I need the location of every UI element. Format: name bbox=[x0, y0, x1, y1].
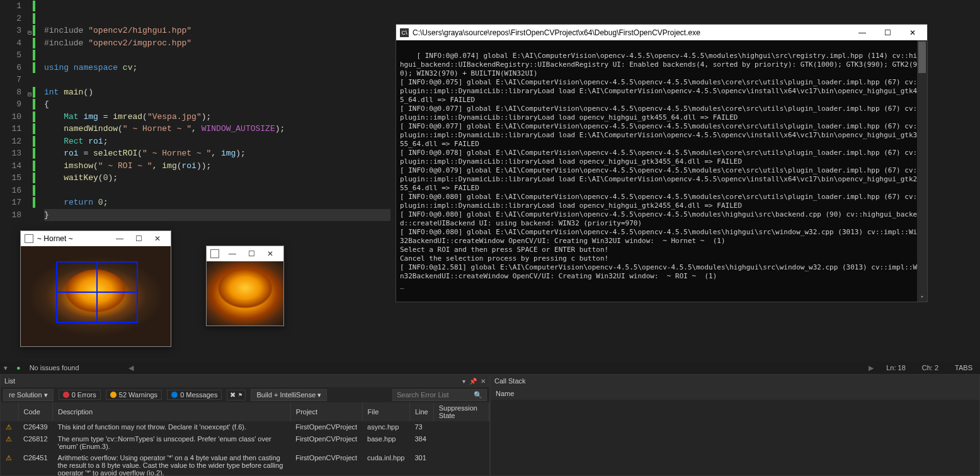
roi-window[interactable]: ― ☐ ✕ bbox=[206, 246, 284, 326]
status-char: Ch: 2 bbox=[918, 364, 942, 371]
chevron-right-icon[interactable]: ▶ bbox=[869, 364, 874, 372]
error-row[interactable]: ⚠C26439This kind of function may not thr… bbox=[1, 421, 489, 433]
chevron-down-icon[interactable]: ▾ bbox=[4, 364, 8, 372]
bottom-panels: List ▾ 📌 ✕ re Solution ▾ 0 Errors 52 War… bbox=[0, 374, 980, 476]
error-table[interactable]: CodeDescriptionProjectFileLineSuppressio… bbox=[1, 402, 489, 475]
close-button[interactable]: ✕ bbox=[148, 234, 167, 243]
status-indent[interactable]: TABS bbox=[951, 364, 976, 371]
code-content[interactable]: #include "opencv2/highgui.hpp"#include "… bbox=[42, 0, 390, 217]
error-table-header[interactable]: CodeDescriptionProjectFileLineSuppressio… bbox=[1, 402, 489, 421]
minimize-button[interactable]: ― bbox=[852, 28, 873, 37]
roi-window-titlebar[interactable]: ― ☐ ✕ bbox=[207, 246, 283, 261]
warnings-filter[interactable]: 52 Warnings bbox=[106, 390, 162, 400]
call-stack-header[interactable]: Call Stack bbox=[491, 375, 979, 387]
status-bar: ▾ ● No issues found ◀ ▶ Ln: 18 Ch: 2 TAB… bbox=[0, 361, 980, 374]
status-no-issues: No issues found bbox=[30, 364, 79, 371]
pin-icon[interactable]: 📌 bbox=[469, 378, 477, 385]
check-icon: ● bbox=[16, 364, 21, 371]
hornet-window-titlebar[interactable]: ~ Hornet ~ ― ☐ ✕ bbox=[21, 231, 171, 246]
window-app-icon bbox=[210, 249, 219, 258]
status-line: Ln: 18 bbox=[882, 364, 909, 371]
build-filter-dropdown[interactable]: Build + IntelliSense ▾ bbox=[251, 389, 327, 401]
maximize-button[interactable]: ☐ bbox=[129, 234, 148, 243]
error-search-input[interactable]: Search Error List 🔍 bbox=[392, 389, 487, 401]
hornet-window[interactable]: ~ Hornet ~ ― ☐ ✕ bbox=[20, 230, 171, 347]
hornet-image[interactable] bbox=[21, 246, 171, 346]
error-row[interactable]: ⚠C26451Arithmetic overflow: Using operat… bbox=[1, 452, 489, 475]
search-icon: 🔍 bbox=[474, 391, 482, 399]
code-editor[interactable]: 123456789101112131415161718 ⊟⊟ #include … bbox=[0, 0, 390, 217]
roi-image bbox=[207, 261, 283, 326]
call-stack-panel[interactable]: Call Stack Name bbox=[490, 374, 980, 476]
console-text: [ INFO:0@0.074] global E:\AI\ComputerVis… bbox=[400, 52, 921, 289]
error-list-header[interactable]: List ▾ 📌 ✕ bbox=[1, 375, 489, 387]
maximize-button[interactable]: ☐ bbox=[877, 28, 898, 37]
console-titlebar[interactable]: C\ C:\Users\graya\source\repos\FirstOpen… bbox=[396, 25, 927, 40]
call-stack-body[interactable] bbox=[491, 400, 979, 475]
error-list-toolbar: re Solution ▾ 0 Errors 52 Warnings 0 Mes… bbox=[1, 387, 489, 402]
change-markers: ⊟⊟ bbox=[33, 0, 42, 217]
window-app-icon bbox=[25, 234, 33, 243]
errors-filter[interactable]: 0 Errors bbox=[59, 390, 101, 400]
console-title-text: C:\Users\graya\source\repos\FirstOpenCVP… bbox=[413, 28, 848, 37]
dropdown-icon[interactable]: ▾ bbox=[462, 378, 465, 385]
panel-title: List bbox=[4, 377, 15, 385]
close-icon[interactable]: ✕ bbox=[481, 378, 486, 385]
scrollbar-thumb[interactable] bbox=[918, 42, 926, 73]
scrollbar-down-icon[interactable]: ▾ bbox=[917, 292, 927, 302]
call-stack-columns: Name bbox=[491, 387, 979, 400]
minimize-button[interactable]: ― bbox=[223, 249, 242, 258]
close-button[interactable]: ✕ bbox=[902, 28, 923, 37]
error-row[interactable]: ⚠C26812The enum type 'cv::NormTypes' is … bbox=[1, 433, 489, 452]
column-name: Name bbox=[496, 390, 514, 397]
clear-filter-button[interactable]: ✖⚑ bbox=[227, 390, 246, 400]
minimize-button[interactable]: ― bbox=[110, 234, 129, 243]
console-window[interactable]: C\ C:\Users\graya\source\repos\FirstOpen… bbox=[396, 24, 928, 302]
warning-icon: ⚠ bbox=[6, 423, 13, 431]
console-output[interactable]: [ INFO:0@0.074] global E:\AI\ComputerVis… bbox=[396, 40, 927, 302]
warning-icon: ⚠ bbox=[6, 435, 13, 443]
error-list-panel[interactable]: List ▾ 📌 ✕ re Solution ▾ 0 Errors 52 War… bbox=[0, 374, 490, 476]
warning-icon bbox=[110, 392, 117, 398]
error-icon bbox=[63, 392, 69, 398]
panel-title: Call Stack bbox=[494, 377, 526, 385]
maximize-button[interactable]: ☐ bbox=[242, 249, 261, 258]
info-icon bbox=[171, 392, 178, 398]
close-button[interactable]: ✕ bbox=[261, 249, 280, 258]
hornet-window-title: ~ Hornet ~ bbox=[37, 234, 110, 243]
console-app-icon: C\ bbox=[400, 28, 409, 37]
warning-icon: ⚠ bbox=[6, 454, 13, 462]
roi-selection[interactable] bbox=[56, 261, 138, 323]
scope-dropdown[interactable]: re Solution ▾ bbox=[3, 389, 54, 401]
console-scrollbar[interactable]: ▾ bbox=[917, 40, 927, 302]
chevron-left-icon[interactable]: ◀ bbox=[128, 364, 134, 372]
messages-filter[interactable]: 0 Messages bbox=[167, 390, 222, 400]
